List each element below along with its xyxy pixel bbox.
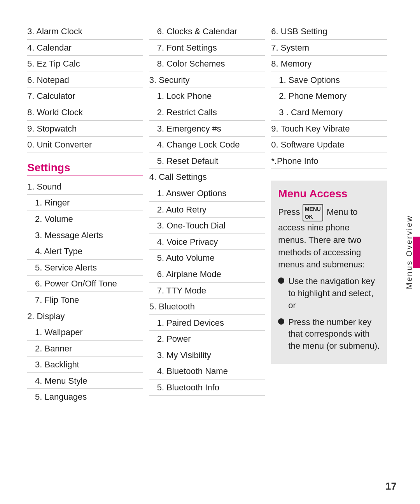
item-power: 2. Power [149,331,265,347]
item-voice-privacy: 4. Voice Privacy [149,234,265,250]
item-message-alerts: 3. Message Alerts [27,227,143,244]
item-menu-style: 4. Menu Style [27,373,143,389]
item-phone-info: *.Phone Info [271,153,387,169]
item-one-touch-dial: 3. One-Touch Dial [149,218,265,234]
item-font-settings: 7. Font Settings [149,40,265,56]
item-tty-mode: 7. TTY Mode [149,283,265,299]
item-world-clock: 8. World Clock [27,104,143,121]
item-answer-options: 1. Answer Options [149,185,265,202]
bullet-item-2: Press the number key that corresponds wi… [278,316,380,352]
bullet-item-1: Use the navigation key to highlight and … [278,276,380,311]
item-wallpaper: 1. Wallpaper [27,324,143,341]
item-languages: 5. Languages [27,389,143,405]
item-paired-devices: 1. Paired Devices [149,315,265,331]
item-bluetooth: 5. Bluetooth [149,299,265,315]
column-2: 6. Clocks & Calendar 7. Font Settings 8.… [146,23,268,488]
menu-access-box: Menu Access Press MENUOK Menu to access … [271,181,387,364]
item-emergency: 3. Emergency #s [149,121,265,137]
item-usb-setting: 6. USB Setting [271,23,387,40]
item-notepad: 6. Notepad [27,72,143,88]
column-1: 3. Alarm Clock 4. Calendar 5. Ez Tip Cal… [27,23,146,488]
item-reset-default: 5. Reset Default [149,153,265,169]
item-flip-tone: 7. Flip Tone [27,292,143,308]
item-banner: 2. Banner [27,341,143,357]
column-3: 6. USB Setting 7. System 8. Memory 1. Sa… [268,23,387,488]
bullet-dot-1 [278,277,284,284]
page-number: 17 [385,480,397,492]
item-card-memory: 3 . Card Memory [271,104,387,121]
item-touch-key-vibrate: 9. Touch Key Vibrate [271,121,387,137]
item-change-lock: 4. Change Lock Code [149,137,265,153]
item-bluetooth-name: 4. Bluetooth Name [149,363,265,379]
item-volume: 2. Volume [27,211,143,227]
item-software-update: 0. Software Update [271,137,387,153]
item-sound: 1. Sound [27,179,143,195]
menu-access-bullets: Use the navigation key to highlight and … [278,276,380,352]
item-calculator: 7. Calculator [27,88,143,104]
item-memory: 8. Memory [271,56,387,72]
item-alarm-clock: 3. Alarm Clock [27,23,143,40]
item-alert-type: 4. Alert Type [27,243,143,260]
sidebar-label-container: Menus Overview [399,0,420,504]
accent-bar [413,237,420,268]
bullet-dot-2 [278,318,284,325]
settings-heading: Settings [27,162,143,176]
item-security: 3. Security [149,72,265,88]
item-save-options: 1. Save Options [271,72,387,88]
item-my-visibility: 3. My Visibility [149,347,265,364]
item-unit-converter: 0. Unit Converter [27,137,143,153]
item-stopwatch: 9. Stopwatch [27,121,143,137]
item-phone-memory: 2. Phone Memory [271,88,387,104]
item-bluetooth-info: 5. Bluetooth Info [149,379,265,396]
menu-icon: MENUOK [303,204,323,221]
item-backlight: 3. Backlight [27,356,143,373]
item-power-tone: 6. Power On/Off Tone [27,276,143,292]
item-system: 7. System [271,40,387,56]
item-ez-tip: 5. Ez Tip Calc [27,56,143,72]
item-auto-retry: 2. Auto Retry [149,202,265,218]
item-auto-volume: 5. Auto Volume [149,250,265,266]
menu-access-intro: Press [278,207,300,217]
item-airplane-mode: 6. Airplane Mode [149,266,265,283]
item-lock-phone: 1. Lock Phone [149,88,265,104]
side-bar-text: Menus Overview [405,215,414,289]
item-calendar: 4. Calendar [27,40,143,56]
item-restrict-calls: 2. Restrict Calls [149,104,265,121]
menu-access-title: Menu Access [278,188,380,200]
item-display: 2. Display [27,308,143,325]
item-call-settings: 4. Call Settings [149,169,265,185]
item-ringer: 1. Ringer [27,195,143,211]
item-clocks-calendar: 6. Clocks & Calendar [149,23,265,40]
item-service-alerts: 5. Service Alerts [27,260,143,276]
item-color-schemes: 8. Color Schemes [149,56,265,72]
